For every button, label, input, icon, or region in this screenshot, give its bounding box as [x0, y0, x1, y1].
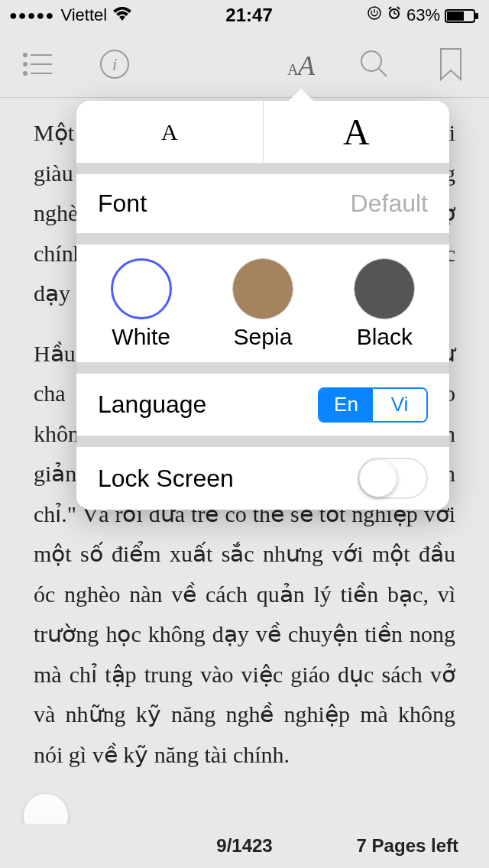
carrier-label: Viettel	[60, 5, 107, 25]
increase-font-button[interactable]: A	[264, 101, 450, 163]
svg-text:A: A	[287, 61, 299, 78]
theme-sepia[interactable]: Sepia	[232, 258, 293, 350]
font-value: Default	[351, 189, 428, 218]
svg-line-4	[389, 7, 391, 9]
lock-screen-label: Lock Screen	[98, 465, 234, 493]
battery-icon	[445, 5, 480, 25]
svg-point-13	[24, 72, 27, 75]
search-icon[interactable]	[336, 31, 413, 98]
svg-rect-8	[475, 13, 478, 19]
wifi-icon	[113, 5, 131, 25]
info-icon[interactable]: i	[76, 31, 153, 98]
theme-white[interactable]: White	[111, 258, 172, 350]
reader-toolbar: i A A	[0, 31, 489, 98]
clock: 21:47	[225, 5, 272, 26]
status-bar: ●●●●● Viettel 21:47 63%	[0, 0, 489, 31]
font-settings-icon[interactable]: A A	[260, 31, 336, 98]
bookmark-icon[interactable]	[413, 31, 489, 98]
language-segmented-control: En Vi	[318, 387, 428, 423]
pages-left: 7 Pages left	[357, 835, 458, 857]
decrease-font-button[interactable]: A	[76, 101, 264, 163]
theme-black[interactable]: Black	[354, 258, 415, 350]
svg-text:A: A	[296, 50, 316, 81]
page-position: 9/1423	[216, 835, 272, 857]
language-en-button[interactable]: En	[319, 389, 373, 421]
circle-icon	[232, 258, 293, 319]
alarm-icon	[387, 5, 402, 25]
switch-knob	[360, 460, 397, 497]
toc-icon[interactable]	[0, 31, 76, 98]
circle-icon	[354, 258, 415, 319]
language-vi-button[interactable]: Vi	[373, 389, 426, 421]
rotation-lock-icon	[367, 5, 382, 25]
battery-percent: 63%	[406, 5, 440, 25]
lock-screen-toggle[interactable]	[358, 458, 428, 499]
font-label: Font	[98, 189, 147, 218]
svg-point-11	[24, 63, 27, 66]
theme-label: White	[112, 324, 170, 350]
footer: . 9/1423 7 Pages left	[0, 824, 489, 868]
signal-strength-icon: ●●●●●	[9, 8, 54, 24]
theme-label: Sepia	[234, 324, 293, 350]
theme-label: Black	[357, 324, 413, 350]
svg-rect-7	[447, 11, 464, 21]
font-settings-popover: A A Font Default White Sepia Black Langu…	[76, 101, 449, 510]
popover-arrow	[287, 89, 315, 102]
svg-point-19	[361, 51, 381, 71]
circle-icon	[111, 258, 172, 319]
font-row[interactable]: Font Default	[76, 174, 449, 234]
svg-line-5	[397, 7, 400, 9]
svg-text:i: i	[112, 54, 118, 74]
language-label: Language	[98, 390, 206, 419]
svg-line-20	[379, 69, 387, 76]
svg-point-9	[24, 53, 27, 57]
